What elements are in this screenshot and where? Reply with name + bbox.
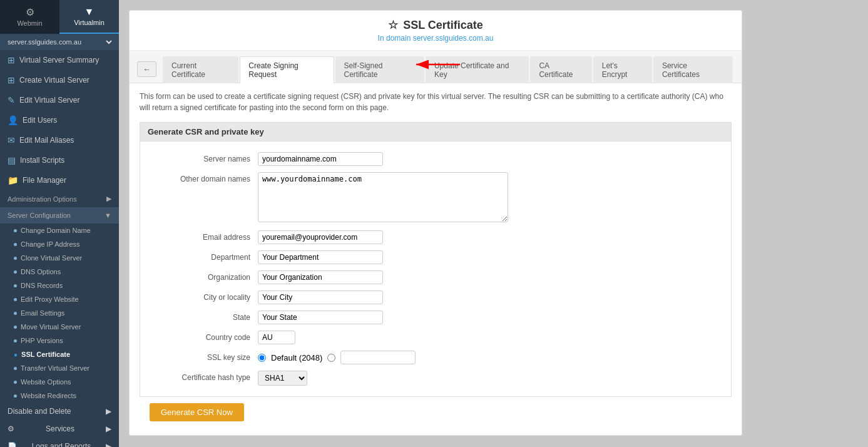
nav-icon: ⊞ [8, 55, 15, 65]
form-row-cert-hash-type: Certificate hash type SHA1 SHA256 SHA512 [140, 367, 731, 389]
sidebar-sub-clone-virtual-server[interactable]: Clone Virtual Server [0, 251, 119, 265]
sidebar-sub-php-versions[interactable]: PHP Versions [0, 334, 119, 347]
nav-icon: ⊞ [8, 75, 15, 85]
country-code-field [258, 331, 721, 344]
sidebar-sub-transfer-virtual-server[interactable]: Transfer Virtual Server [0, 361, 119, 375]
other-domain-names-field: www.yourdomainname.com [258, 172, 721, 224]
form-row-department: Department [140, 247, 731, 267]
tab-create-signing-request[interactable]: Create Signing Request [240, 56, 334, 83]
sidebar-sub-website-options[interactable]: Website Options [0, 375, 119, 389]
tab-self-signed-certificate[interactable]: Self-Signed Certificate [335, 56, 424, 83]
sub-item-label: DNS Options [21, 268, 61, 275]
form-row-city: City or locality [140, 287, 731, 307]
city-input[interactable] [258, 290, 383, 304]
sub-item-label: Clone Virtual Server [21, 254, 82, 262]
sidebar-sub-change-domain-name[interactable]: Change Domain Name [0, 224, 119, 237]
other-domain-names-textarea[interactable]: www.yourdomainname.com [258, 172, 508, 222]
sub-item-label: Transfer Virtual Server [21, 364, 89, 372]
sub-item-label: Change IP Address [21, 240, 80, 248]
star-icon: ☆ [388, 18, 398, 32]
section-label: Administration Options [8, 195, 77, 203]
virtualmin-button[interactable]: ▼ Virtualmin [59, 0, 119, 34]
sidebar-sub-move-virtual-server[interactable]: Move Virtual Server [0, 320, 119, 334]
sidebar-item-label: Edit Users [23, 116, 57, 125]
email-input[interactable] [258, 230, 383, 244]
form-row-state: State [140, 307, 731, 327]
dot-icon [14, 284, 17, 287]
logs-icon: 📄 [8, 442, 17, 447]
domain-select[interactable]: server.sslguides.com.au [5, 38, 114, 46]
sidebar-item-edit-mail-aliases[interactable]: ✉ Edit Mail Aliases [0, 130, 119, 150]
sidebar-sub-change-ip-address[interactable]: Change IP Address [0, 237, 119, 251]
sidebar-item-install-scripts[interactable]: ▤ Install Scripts [0, 150, 119, 170]
tab-current-certificate[interactable]: Current Certificate [163, 56, 238, 83]
ssl-key-size-custom-input[interactable] [340, 351, 416, 364]
tab-service-certificates[interactable]: Service Certificates [653, 56, 733, 83]
sidebar-item-virtual-server-summary[interactable]: ⊞ Virtual Server Summary [0, 50, 119, 70]
sidebar-section-server-configuration[interactable]: Server Configuration ▼ [0, 207, 119, 224]
department-label: Department [150, 250, 250, 262]
sub-item-label: DNS Records [21, 282, 63, 289]
form-row-organization: Organization [140, 267, 731, 287]
organization-input[interactable] [258, 270, 383, 284]
cert-hash-type-field: SHA1 SHA256 SHA512 [258, 371, 721, 386]
back-button[interactable]: ← [137, 61, 156, 77]
sidebar-sub-ssl-certificate[interactable]: ● SSL Certificate [0, 347, 119, 361]
tab-lets-encrypt[interactable]: Let's Encrypt [593, 56, 652, 83]
generate-csr-button[interactable]: Generate CSR Now [150, 403, 244, 421]
sub-item-label: Move Virtual Server [21, 323, 81, 331]
sidebar-item-file-manager[interactable]: 📁 File Manager [0, 170, 119, 190]
ssl-key-size-default-radio[interactable] [258, 354, 266, 362]
state-input[interactable] [258, 311, 383, 324]
department-input[interactable] [258, 250, 383, 264]
sidebar-sub-dns-options[interactable]: DNS Options [0, 265, 119, 279]
country-code-input[interactable] [258, 331, 295, 344]
sidebar-sub-dns-records[interactable]: DNS Records [0, 279, 119, 292]
sidebar-item-label: Edit Virtual Server [19, 96, 80, 105]
section-label: Server Configuration [8, 212, 71, 219]
sidebar-item-edit-virtual-server[interactable]: ✎ Edit Virtual Server [0, 90, 119, 110]
chevron-right-icon: ▶ [106, 407, 111, 416]
sub-item-label: Edit Proxy Website [21, 295, 79, 303]
sidebar-sub-website-redirects[interactable]: Website Redirects [0, 389, 119, 403]
department-field [258, 250, 721, 264]
chevron-right-icon: ▶ [106, 195, 111, 203]
sidebar-item-services[interactable]: ⚙ Services ▶ [0, 420, 119, 438]
sidebar-item-logs-and-reports[interactable]: 📄 Logs and Reports ▶ [0, 438, 119, 447]
dot-icon [14, 326, 17, 329]
virtualmin-label: Virtualmin [74, 19, 105, 26]
server-names-input[interactable] [258, 152, 383, 166]
nav-icon: ✎ [8, 95, 15, 105]
sidebar-section-administration-options[interactable]: Administration Options ▶ [0, 190, 119, 207]
sidebar-sub-email-settings[interactable]: Email Settings [0, 306, 119, 320]
chevron-down-icon: ▼ [105, 212, 111, 219]
panel-header: ☆ SSL Certificate In domain server.sslgu… [130, 11, 742, 51]
panel-title-text: SSL Certificate [403, 19, 483, 32]
webmin-button[interactable]: ⚙ Webmin [0, 0, 59, 34]
virtualmin-icon: ▼ [63, 6, 116, 18]
nav-icon: ✉ [8, 135, 15, 145]
sidebar-sub-edit-proxy-website[interactable]: Edit Proxy Website [0, 292, 119, 306]
form-row-country-code: Country code [140, 327, 731, 347]
ssl-key-size-options: Default (2048) [258, 351, 721, 364]
sidebar-item-create-virtual-server[interactable]: ⊞ Create Virtual Server [0, 70, 119, 90]
server-names-field [258, 152, 721, 166]
services-icon: ⚙ [8, 424, 14, 433]
tab-ca-certificate[interactable]: CA Certificate [530, 56, 591, 83]
cert-hash-type-select[interactable]: SHA1 SHA256 SHA512 [258, 371, 307, 386]
section-title: Generate CSR and private key [140, 122, 732, 141]
panel-description: This form can be used to create a certif… [140, 91, 732, 113]
sidebar-item-disable-and-delete[interactable]: Disable and Delete ▶ [0, 403, 119, 420]
country-code-label: Country code [150, 331, 250, 342]
ssl-key-size-default-label: Default (2048) [271, 353, 322, 362]
sub-item-label: PHP Versions [21, 337, 63, 344]
ssl-key-size-custom-radio[interactable] [327, 354, 335, 362]
sidebar-item-edit-users[interactable]: 👤 Edit Users [0, 110, 119, 130]
bullet-icon: ● [14, 351, 18, 358]
domain-selector[interactable]: server.sslguides.com.au [0, 34, 119, 50]
chevron-right-icon: ▶ [106, 442, 111, 447]
nav-icon: 📁 [8, 175, 18, 185]
city-field [258, 290, 721, 304]
other-domain-names-label: Other domain names [150, 172, 250, 183]
ssl-certificate-panel: ☆ SSL Certificate In domain server.sslgu… [129, 10, 742, 436]
